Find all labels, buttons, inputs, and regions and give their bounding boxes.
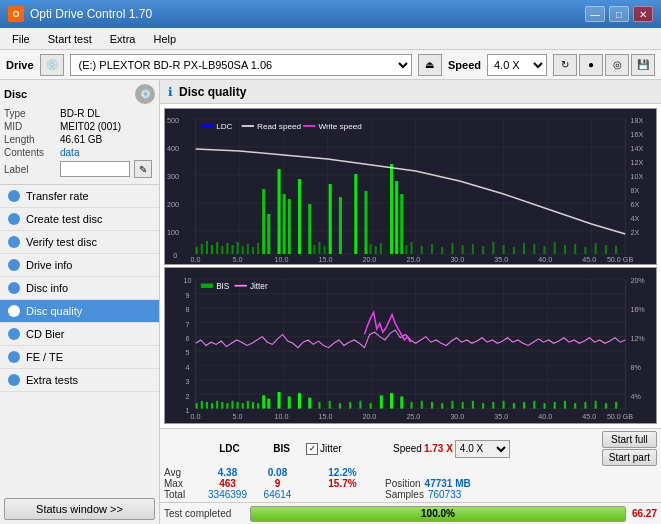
speed-stat-select[interactable]: 4.0 X (455, 440, 510, 458)
svg-rect-50 (380, 243, 382, 254)
svg-rect-157 (431, 402, 433, 409)
eject-button[interactable]: ⏏ (418, 54, 442, 76)
close-button[interactable]: ✕ (633, 6, 653, 22)
svg-rect-41 (242, 246, 244, 254)
menu-start-test[interactable]: Start test (40, 31, 100, 47)
svg-rect-162 (482, 403, 484, 409)
disc-quality-header: ℹ Disc quality (160, 80, 661, 104)
speed-btn-2[interactable]: ● (579, 54, 603, 76)
svg-text:8: 8 (185, 305, 189, 314)
jitter-checkbox[interactable]: ✓ (306, 443, 318, 455)
progress-percent: 100.0% (251, 507, 625, 521)
svg-rect-168 (543, 403, 545, 409)
svg-text:5.0: 5.0 (233, 411, 243, 420)
svg-text:BIS: BIS (216, 281, 229, 291)
speed-btn-1[interactable]: ↻ (553, 54, 577, 76)
nav-drive-info[interactable]: Drive info (0, 254, 159, 277)
disc-icon[interactable]: 💿 (135, 84, 155, 104)
svg-rect-146 (318, 402, 320, 409)
start-part-button[interactable]: Start part (602, 449, 657, 466)
nav-cd-bier[interactable]: CD Bier (0, 323, 159, 346)
svg-rect-53 (421, 246, 423, 254)
nav-fe-te[interactable]: FE / TE (0, 346, 159, 369)
svg-text:4: 4 (185, 363, 189, 372)
nav-dot-transfer-rate (8, 190, 20, 202)
start-buttons: Start full Start part (602, 431, 657, 466)
minimize-button[interactable]: — (585, 6, 605, 22)
menu-file[interactable]: File (4, 31, 38, 47)
svg-text:100: 100 (167, 229, 179, 237)
svg-text:45.0: 45.0 (582, 411, 596, 420)
avg-bis: 0.08 (255, 467, 300, 478)
svg-rect-144 (298, 393, 301, 409)
label-edit-button[interactable]: ✎ (134, 160, 152, 178)
svg-text:25.0: 25.0 (406, 411, 420, 420)
nav-transfer-rate[interactable]: Transfer rate (0, 185, 159, 208)
nav-disc-quality[interactable]: Disc quality (0, 300, 159, 323)
svg-rect-0 (165, 109, 656, 264)
nav-dot-fe-te (8, 351, 20, 363)
svg-rect-58 (472, 244, 474, 254)
svg-rect-131 (216, 401, 218, 409)
disc-label-row: Label ✎ (4, 160, 155, 178)
drive-icon-btn[interactable]: 💿 (40, 54, 64, 76)
speed-select[interactable]: 4.0 X (487, 54, 547, 76)
svg-text:1: 1 (185, 406, 189, 415)
svg-text:20.0: 20.0 (362, 411, 376, 420)
svg-rect-35 (339, 197, 342, 254)
svg-text:7: 7 (185, 319, 189, 328)
nav-extra-tests[interactable]: Extra tests (0, 369, 159, 392)
svg-rect-34 (329, 184, 332, 254)
nav-dot-cd-bier (8, 328, 20, 340)
svg-text:40.0: 40.0 (538, 256, 552, 264)
svg-text:Write speed: Write speed (318, 122, 361, 131)
dq-title: Disc quality (179, 85, 246, 99)
nav-dot-create (8, 213, 20, 225)
position-label: Position (385, 478, 421, 489)
svg-rect-23 (221, 246, 223, 254)
svg-rect-46 (318, 242, 320, 254)
nav-label-transfer-rate: Transfer rate (26, 190, 89, 202)
svg-rect-176 (201, 284, 213, 288)
svg-rect-64 (533, 244, 535, 254)
dq-icon: ℹ (168, 85, 173, 99)
mid-label: MID (4, 121, 56, 132)
bis-chart: BIS Jitter 10 9 8 7 6 5 4 3 2 1 20% (164, 267, 657, 424)
svg-text:500: 500 (167, 117, 179, 125)
svg-text:2: 2 (185, 391, 189, 400)
svg-text:4%: 4% (630, 391, 641, 400)
nav-verify-test-disc[interactable]: Verify test disc (0, 231, 159, 254)
svg-rect-24 (226, 243, 228, 254)
start-full-button[interactable]: Start full (602, 431, 657, 448)
stats-data: Avg 4.38 0.08 12.2% Max 463 9 15.7% Posi… (164, 467, 657, 500)
menu-extra[interactable]: Extra (102, 31, 144, 47)
svg-text:400: 400 (167, 145, 179, 153)
status-window-button[interactable]: Status window >> (4, 498, 155, 520)
svg-text:Jitter: Jitter (250, 281, 268, 291)
stats-ldc-header: LDC (202, 443, 257, 454)
svg-rect-72 (615, 246, 617, 254)
menu-help[interactable]: Help (145, 31, 184, 47)
total-extra (300, 489, 385, 500)
nav-create-test-disc[interactable]: Create test disc (0, 208, 159, 231)
svg-rect-148 (339, 403, 341, 409)
svg-rect-22 (216, 242, 218, 254)
svg-rect-130 (211, 403, 213, 409)
svg-text:4X: 4X (630, 215, 639, 223)
label-input[interactable] (60, 161, 130, 177)
svg-text:18X: 18X (630, 117, 643, 125)
ldc-chart: LDC Read speed Write speed 500 400 300 2… (164, 108, 657, 265)
stats-area: LDC BIS ✓ Jitter Speed 1.73 X 4.0 X Star… (160, 428, 661, 502)
drive-select[interactable]: (E:) PLEXTOR BD-R PX-LB950SA 1.06 (70, 54, 412, 76)
maximize-button[interactable]: □ (609, 6, 629, 22)
nav-disc-info[interactable]: Disc info (0, 277, 159, 300)
svg-rect-160 (462, 402, 464, 409)
speed-header-row: Speed 1.73 X 4.0 X (393, 440, 510, 458)
svg-rect-169 (554, 402, 556, 409)
svg-rect-30 (283, 194, 286, 254)
speed-btn-3[interactable]: ◎ (605, 54, 629, 76)
bottom-status-bar: Test completed 100.0% 66.27 (160, 502, 661, 524)
svg-text:20.0: 20.0 (362, 256, 376, 264)
speed-btn-4[interactable]: 💾 (631, 54, 655, 76)
svg-rect-129 (206, 402, 208, 409)
